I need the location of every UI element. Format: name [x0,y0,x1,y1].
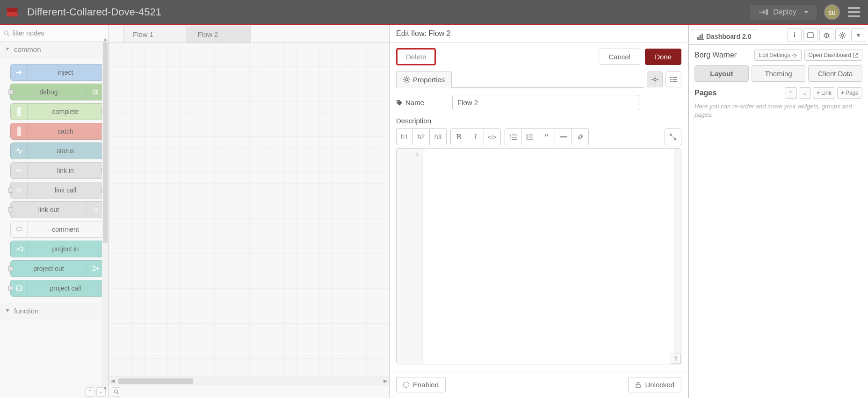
dashboard-tab-theming[interactable]: Theming [752,65,806,82]
node-link-out[interactable]: link out [10,201,104,218]
open-dashboard-button[interactable]: Open Dashboard [804,50,862,61]
workspace-search-button[interactable] [112,387,121,397]
node-link-in[interactable]: link in [10,162,104,179]
svg-point-17 [115,390,118,393]
svg-rect-50 [528,136,533,137]
list-view-button[interactable] [665,71,681,87]
node-inject[interactable]: inject [10,64,104,81]
sidebar-more-button[interactable]: ▾ [851,28,865,42]
delete-button[interactable]: Delete [396,48,436,65]
edit-settings-button[interactable]: Edit Settings [754,50,801,61]
svg-point-66 [841,34,844,36]
svg-rect-10 [17,127,21,136]
italic-button[interactable]: I [467,128,484,145]
page-up-button[interactable]: ⌃ [785,87,797,99]
deploy-caret-icon [804,11,809,14]
svg-rect-38 [673,81,677,82]
svg-line-27 [408,77,409,78]
sidebar-debug-button[interactable] [819,28,833,42]
node-complete[interactable]: complete [10,103,104,120]
svg-point-28 [654,78,656,81]
svg-line-2 [7,34,9,36]
svg-line-25 [408,81,409,82]
dashboard-tab-layout[interactable]: Layout [694,65,749,82]
done-button[interactable]: Done [645,49,681,65]
svg-point-48 [527,138,528,140]
main-menu-button[interactable] [846,4,862,21]
unlock-icon [635,382,641,388]
svg-rect-44 [512,137,517,138]
svg-line-65 [827,33,828,34]
right-sidebar: Dashboard 2.0 i ▾ Borg Warner Edit Setti… [688,25,868,398]
svg-rect-54 [697,37,699,39]
lock-toggle[interactable]: Unlocked [628,377,681,392]
node-project-in[interactable]: project in [10,241,104,257]
hr-button[interactable] [555,128,572,145]
editor-vertical-scrollbar[interactable] [674,149,681,354]
node-red-logo [6,6,19,19]
gear-icon [403,76,410,83]
flow-canvas[interactable] [109,43,389,377]
link-button[interactable] [572,128,589,145]
svg-rect-33 [670,77,672,78]
svg-point-75 [794,54,796,56]
editor-help-button[interactable]: ? [671,354,681,364]
dashboard-title: Borg Warner [694,51,752,59]
svg-rect-51 [528,139,533,140]
ul-button[interactable] [521,128,538,145]
filter-nodes-input[interactable] [11,28,105,38]
node-project-call[interactable]: project call [10,280,104,297]
svg-point-15 [16,227,22,231]
add-link-button[interactable]: +Link [813,87,835,99]
ol-button[interactable]: 123 [505,128,521,145]
node-comment[interactable]: comment [10,221,104,238]
user-avatar[interactable]: su [824,4,840,20]
bold-button[interactable]: B [450,128,467,145]
page-down-button[interactable]: ⌄ [799,87,811,99]
svg-rect-35 [670,81,672,82]
env-vars-button[interactable] [647,71,663,87]
h1-button[interactable]: h1 [396,128,413,145]
app-title: Different-Collared-Dove-4521 [27,6,749,18]
deploy-button[interactable]: Deploy [749,4,817,20]
code-button[interactable]: </> [484,128,501,145]
sidebar-help-button[interactable] [803,28,817,42]
h2-button[interactable]: h2 [413,128,430,145]
canvas-horizontal-scrollbar[interactable]: ◀▶ [109,377,389,385]
workspace: Flow 1 Flow 2 ◀▶ [109,25,389,398]
svg-text:3: 3 [510,138,511,140]
svg-rect-0 [766,9,768,15]
category-function[interactable]: function [0,303,108,319]
quote-button[interactable]: “ [538,128,555,145]
tab-flow-2[interactable]: Flow 2 [188,26,251,43]
enabled-toggle[interactable]: Enabled [396,377,446,392]
sidebar-config-button[interactable] [835,28,849,42]
category-common[interactable]: common [0,42,108,57]
svg-line-73 [840,36,841,37]
sidebar-tab-dashboard[interactable]: Dashboard 2.0 [692,29,756,43]
dashboard-tab-client-data[interactable]: Client Data [808,65,862,82]
svg-point-11 [16,169,19,172]
description-editor[interactable]: 1 ? [396,148,681,364]
node-link-call[interactable]: link call [10,182,104,199]
properties-tab[interactable]: Properties [396,71,452,88]
add-page-button[interactable]: +Page [837,87,862,99]
tab-flow-1[interactable]: Flow 1 [123,26,187,43]
expand-editor-button[interactable] [665,128,681,145]
node-debug[interactable]: debug [10,84,104,100]
node-status[interactable]: status [10,142,104,159]
svg-rect-8 [95,93,98,94]
sidebar-info-button[interactable]: i [788,28,802,42]
node-project-out[interactable]: project out [10,260,104,277]
palette-collapse-button[interactable]: ⌃ [85,387,94,397]
flow-name-input[interactable] [452,95,639,110]
cancel-button[interactable]: Cancel [599,49,640,65]
h3-button[interactable]: h3 [430,128,447,145]
editor-toolbar: h1 h2 h3 B I </> 123 “ [396,128,681,145]
palette-scrollbar[interactable]: ▲ ▼ [102,42,108,385]
svg-point-13 [18,190,20,191]
svg-line-64 [825,33,826,34]
node-catch[interactable]: catch [10,123,104,140]
search-icon [4,30,9,36]
svg-rect-56 [702,34,703,39]
